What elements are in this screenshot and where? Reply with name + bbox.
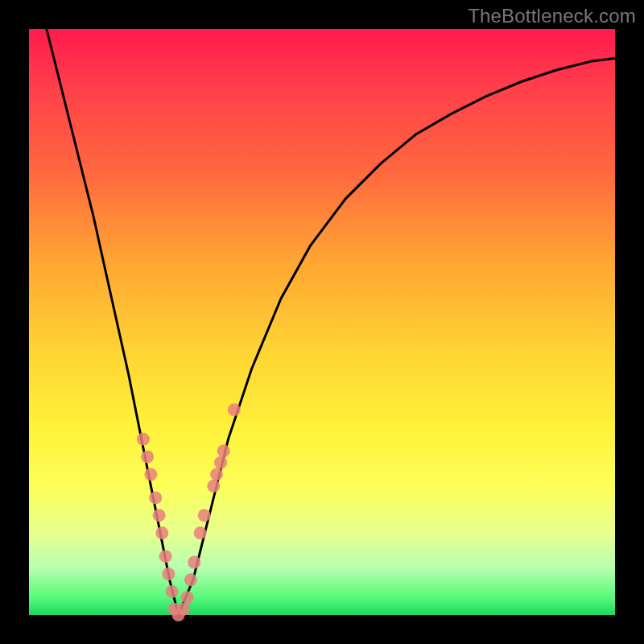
marker-dot bbox=[166, 585, 179, 598]
marker-dot bbox=[194, 526, 207, 539]
curve-path-group bbox=[47, 29, 615, 615]
marker-dot bbox=[144, 468, 157, 481]
marker-dot bbox=[207, 480, 220, 493]
marker-dot bbox=[217, 444, 230, 457]
marker-dot bbox=[177, 603, 190, 616]
marker-dot bbox=[198, 509, 211, 522]
watermark-text: TheBottleneck.com bbox=[468, 5, 636, 27]
bottleneck-curve bbox=[47, 29, 615, 615]
chart-frame: TheBottleneck.com bbox=[0, 0, 644, 644]
plot-area bbox=[29, 29, 615, 615]
marker-dot bbox=[141, 450, 154, 463]
marker-dot bbox=[155, 526, 168, 539]
marker-dot bbox=[181, 591, 194, 604]
marker-dot bbox=[159, 550, 172, 563]
marker-dot bbox=[214, 456, 227, 469]
marker-dot bbox=[149, 491, 162, 504]
marker-dot bbox=[162, 568, 175, 580]
marker-dot bbox=[228, 403, 241, 416]
marker-dot bbox=[137, 433, 150, 446]
marker-dot bbox=[184, 573, 197, 586]
marker-dot bbox=[188, 556, 200, 569]
marker-dot bbox=[210, 468, 223, 481]
chart-svg bbox=[29, 29, 615, 615]
marker-dot bbox=[153, 509, 166, 522]
